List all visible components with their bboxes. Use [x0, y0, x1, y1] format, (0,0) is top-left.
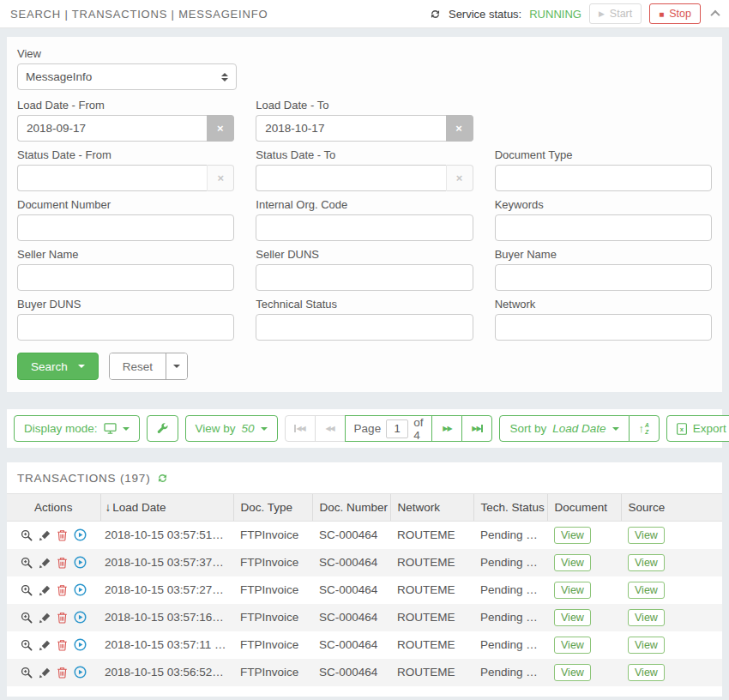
buyer-name-input[interactable]	[495, 264, 712, 291]
zoom-in-icon[interactable]	[21, 557, 33, 569]
table-header-row: Actions ↓Load Date Doc. Type Doc. Number…	[7, 494, 722, 522]
view-source-button[interactable]: View	[628, 527, 665, 544]
stop-button-label: Stop	[669, 8, 691, 20]
view-select[interactable]: MessageInfo	[17, 63, 237, 90]
delete-trash-icon[interactable]	[57, 667, 68, 679]
view-document-button[interactable]: View	[554, 554, 591, 571]
stop-button[interactable]: ■ Stop	[649, 3, 701, 24]
keywords-label: Keywords	[495, 198, 712, 211]
edit-pencil-icon[interactable]	[39, 584, 51, 596]
view-document-button[interactable]: View	[554, 609, 591, 626]
view-by-button[interactable]: View by 50	[185, 415, 278, 442]
network-cell: ROUTEME	[390, 631, 473, 659]
column-header-load-date[interactable]: ↓Load Date	[100, 494, 233, 522]
last-page-icon: ▶▶	[472, 425, 480, 432]
collapse-chevron-icon[interactable]	[710, 10, 720, 20]
keywords-input[interactable]	[495, 214, 712, 241]
load-date-to-input[interactable]	[256, 115, 445, 142]
zoom-in-icon[interactable]	[21, 612, 33, 624]
view-document-button[interactable]: View	[554, 582, 591, 599]
view-source-button[interactable]: View	[628, 637, 665, 654]
view-by-label: View by	[196, 422, 236, 435]
seller-name-input[interactable]	[17, 264, 234, 291]
export-to-excel-button[interactable]: x Export to Excel	[666, 415, 729, 442]
clear-load-date-to-button[interactable]: ×	[446, 115, 473, 142]
network-input[interactable]	[495, 314, 712, 341]
display-mode-button[interactable]: Display mode:	[14, 415, 140, 442]
column-header-source: Source	[621, 494, 722, 522]
delete-trash-icon[interactable]	[57, 639, 68, 651]
load-date-from-label: Load Date - From	[17, 99, 234, 112]
delete-trash-icon[interactable]	[57, 557, 68, 569]
field-document-number: Document Number	[17, 198, 234, 241]
view-source-button[interactable]: View	[628, 582, 665, 599]
clear-load-date-from-button[interactable]: ×	[207, 115, 234, 142]
load-date-cell: 2018-10-15 03:57:27 GMT	[100, 576, 233, 604]
column-header-doc-number[interactable]: Doc. Number	[312, 494, 390, 522]
edit-pencil-icon[interactable]	[39, 667, 51, 679]
first-page-icon: ◀◀	[296, 425, 304, 432]
seller-duns-input[interactable]	[256, 264, 473, 291]
status-date-to-input[interactable]	[256, 165, 445, 191]
sort-by-button[interactable]: Sort by Load Date	[499, 415, 629, 442]
network-cell: ROUTEME	[390, 604, 473, 631]
last-page-button[interactable]: ▶▶	[461, 415, 492, 442]
play-circle-icon[interactable]	[74, 528, 87, 541]
delete-trash-icon[interactable]	[57, 612, 68, 624]
edit-pencil-icon[interactable]	[39, 639, 51, 651]
tech-status-cell: Pending Revi...	[473, 604, 547, 631]
reset-button[interactable]: Reset	[110, 353, 166, 379]
zoom-in-icon[interactable]	[21, 584, 33, 596]
settings-wrench-button[interactable]	[147, 415, 178, 442]
play-circle-icon[interactable]	[74, 638, 87, 651]
buyer-duns-input[interactable]	[17, 314, 234, 341]
sort-direction-button[interactable]: ↑ AZ	[629, 415, 660, 442]
sort-by-value: Load Date	[552, 422, 605, 435]
view-document-button[interactable]: View	[554, 637, 591, 654]
play-circle-icon[interactable]	[74, 583, 87, 596]
edit-pencil-icon[interactable]	[39, 557, 51, 569]
document-type-input[interactable]	[495, 165, 712, 191]
first-page-button[interactable]: ◀◀	[285, 415, 316, 442]
zoom-in-icon[interactable]	[21, 667, 33, 679]
view-document-button[interactable]: View	[554, 527, 591, 544]
previous-page-button[interactable]: ◀◀	[315, 415, 346, 442]
delete-trash-icon[interactable]	[57, 584, 68, 596]
load-date-cell: 2018-10-15 03:57:37 GMT	[100, 549, 233, 576]
tech-status-cell: Pending Revi...	[473, 549, 547, 576]
zoom-in-icon[interactable]	[21, 529, 33, 541]
search-button[interactable]: Search	[17, 353, 99, 380]
load-date-from-input[interactable]	[17, 115, 207, 142]
refresh-transactions-icon[interactable]	[157, 473, 168, 484]
column-header-tech-status[interactable]: Tech. Status	[473, 494, 547, 522]
column-header-network[interactable]: Network	[390, 494, 473, 522]
play-circle-icon[interactable]	[74, 666, 87, 679]
view-document-button[interactable]: View	[554, 664, 591, 681]
play-circle-icon[interactable]	[74, 556, 87, 569]
doc-number-cell: SC-000464	[312, 631, 390, 659]
document-number-input[interactable]	[17, 214, 234, 241]
load-date-cell: 2018-10-15 03:57:51 GMT	[100, 522, 233, 549]
doc-type-cell: FTPInvoice	[233, 659, 312, 686]
doc-number-cell: SC-000464	[312, 604, 390, 631]
page-total-label: of 4	[413, 416, 423, 442]
page-number-input[interactable]	[386, 419, 408, 438]
view-source-button[interactable]: View	[628, 609, 665, 626]
next-page-button[interactable]: ▶▶	[431, 415, 462, 442]
edit-pencil-icon[interactable]	[39, 612, 51, 624]
view-source-button[interactable]: View	[628, 664, 665, 681]
delete-trash-icon[interactable]	[57, 529, 68, 541]
transactions-panel: TRANSACTIONS (197) Actions ↓Load Date Do…	[7, 462, 722, 697]
play-circle-icon[interactable]	[74, 611, 87, 624]
technical-status-input[interactable]	[256, 314, 473, 341]
network-cell: ROUTEME	[390, 522, 473, 549]
reset-dropdown-button[interactable]	[166, 353, 187, 379]
column-header-doc-type[interactable]: Doc. Type	[233, 494, 312, 522]
refresh-status-icon[interactable]	[430, 9, 441, 20]
status-date-from-input[interactable]	[17, 165, 207, 191]
start-button[interactable]: ▶ Start	[589, 3, 642, 24]
view-source-button[interactable]: View	[628, 554, 665, 571]
internal-org-code-input[interactable]	[256, 214, 473, 241]
zoom-in-icon[interactable]	[21, 639, 33, 651]
edit-pencil-icon[interactable]	[39, 529, 51, 541]
